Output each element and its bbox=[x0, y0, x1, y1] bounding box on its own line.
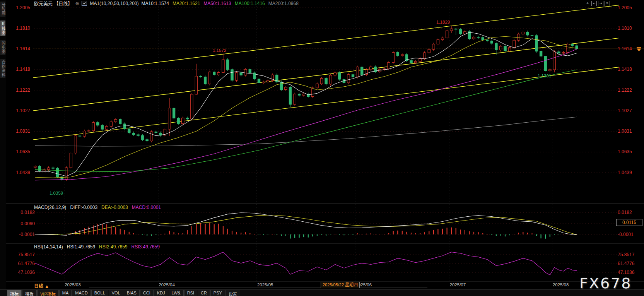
month-label: 2025/07 bbox=[450, 282, 466, 287]
axis-tick-label: 1.1614 bbox=[0, 46, 30, 51]
macd-header-value: DEA:-0.0003 bbox=[101, 205, 128, 210]
axis-tick-label: 1.1418 bbox=[618, 67, 642, 72]
price-annotation: 1.1391 bbox=[538, 74, 551, 78]
toolbar-button-CR[interactable]: CR bbox=[198, 290, 210, 296]
axis-tick-label: 1.1418 bbox=[0, 67, 30, 72]
ma-values: MA10:1.1574MA20:1.1621MA50:1.1613MA100:1… bbox=[142, 1, 299, 6]
price-annotation: 1.1829 bbox=[436, 20, 450, 24]
pan-icon[interactable]: ✛ bbox=[585, 1, 590, 6]
toolbar-button-LW&[interactable]: LW& bbox=[169, 290, 184, 296]
shrink-x-icon[interactable]: ⇤ bbox=[591, 1, 597, 6]
mini-chart-icon[interactable] bbox=[82, 1, 87, 6]
link-icon[interactable]: ⊕ bbox=[75, 1, 79, 6]
toolbar-button-指标[interactable]: 指标 bbox=[7, 290, 22, 296]
period-selector[interactable]: 日线 ▲ bbox=[34, 282, 49, 289]
axis-tick-label: 75.8517 bbox=[618, 252, 642, 257]
price-annotation: 1.0359 bbox=[50, 191, 63, 195]
ma-param-label: MA1(10,20,50,100,200) bbox=[90, 1, 138, 6]
axis-tick-label: 75.8517 bbox=[0, 252, 35, 257]
watermark: FX678 bbox=[579, 275, 632, 292]
axis-tick-label: 1.1810 bbox=[618, 26, 642, 31]
axis-tick-label: -0.0001 bbox=[0, 232, 35, 237]
axis-tick-label: 61.4776 bbox=[0, 261, 35, 266]
ma-value-label: MA20:1.1621 bbox=[173, 1, 200, 6]
chart-header: 欧元美元 【日线】 ⊕ MA1(10,20,50,100,200) MA10:1… bbox=[34, 0, 299, 6]
month-label: 2025/05 bbox=[257, 282, 273, 287]
macd-header-value: DIFF:-0.0003 bbox=[70, 205, 97, 210]
macd-pane-header: MACD(26,12,9)DIFF:-0.0003DEA:-0.0003MACD… bbox=[34, 205, 161, 210]
chart-canvas[interactable] bbox=[0, 0, 644, 296]
axis-tick-label: 1.0635 bbox=[618, 149, 642, 154]
month-label: 2025/08 bbox=[553, 282, 569, 287]
axis-tick-label: 1.1027 bbox=[0, 108, 30, 113]
toolbar-button-模板[interactable]: 模板 bbox=[22, 290, 37, 296]
rsi-header-value: RSI3:49.7659 bbox=[132, 244, 160, 250]
axis-tick-label: 1.0635 bbox=[0, 149, 30, 154]
axis-tick-label: 61.4776 bbox=[618, 261, 642, 266]
toolbar-button-PSY[interactable]: PSY bbox=[210, 290, 225, 296]
toolbar-button-BIAS[interactable]: BIAS bbox=[124, 290, 140, 296]
toolbar-button-VOL[interactable]: VOL bbox=[109, 290, 123, 296]
rsi-header-value: RSI1:49.7659 bbox=[67, 244, 95, 250]
ma-value-label: MA100:1.1416 bbox=[235, 1, 265, 6]
axis-tick-label: 47.1036 bbox=[618, 270, 642, 275]
toolbar-button-KDJ[interactable]: KDJ bbox=[154, 290, 168, 296]
price-annotation: 1.1572 bbox=[213, 48, 226, 53]
ma-value-label: MA50:1.1613 bbox=[203, 1, 231, 6]
indicator-toolbar: 指标模板VIP指标MAMACDBOLLVOLBIASCCIKDJLW&RSICR… bbox=[0, 289, 644, 296]
macd-header-value: MACD(26,12,9) bbox=[34, 205, 66, 210]
rsi-pane-header: RSI(14,14,14)RSI1:49.7659RSI2:49.7659RSI… bbox=[34, 244, 160, 250]
rsi-header-value: RSI(14,14,14) bbox=[34, 244, 63, 250]
ma-value-label: MA10:1.1574 bbox=[142, 1, 169, 6]
left-sidebar: 分时图K线图闪电图合约资料 bbox=[0, 0, 6, 296]
toolbar-button-BOLL[interactable]: BOLL bbox=[91, 290, 108, 296]
toolbar-button-RSI[interactable]: RSI bbox=[184, 290, 197, 296]
month-label: 2025/03 bbox=[65, 282, 81, 287]
toolbar-button-MACD[interactable]: MACD bbox=[72, 290, 91, 296]
toolbar-button-设置[interactable]: 设置 bbox=[225, 290, 240, 296]
crosshair-date-badge: 2025/05/22 星期四 bbox=[321, 282, 360, 288]
axis-tick-label: 1.1222 bbox=[618, 88, 642, 93]
expand-x-icon[interactable]: ⇥ bbox=[598, 1, 603, 6]
macd-crosshair-value-badge: 0.0115 bbox=[616, 219, 642, 226]
toolbar-button-VIP指标[interactable]: VIP指标 bbox=[37, 290, 59, 296]
ma-value-label: MA200:1.0968 bbox=[268, 1, 299, 6]
axis-tick-label: 1.2005 bbox=[0, 5, 30, 10]
symbol-title: 欧元美元 【日线】 bbox=[34, 0, 72, 7]
macd-header-value: MACD:0.0001 bbox=[132, 205, 161, 210]
restore-icon[interactable]: ⇱ bbox=[605, 1, 610, 6]
axis-tick-label: -0.0001 bbox=[618, 232, 642, 237]
axis-tick-label: 1.2005 bbox=[618, 5, 642, 10]
axis-tick-label: 0.0182 bbox=[0, 210, 35, 215]
axis-tick-label: 1.1222 bbox=[0, 88, 30, 93]
axis-tick-label: 1.0439 bbox=[618, 170, 642, 175]
axis-tick-label: 1.0439 bbox=[0, 170, 30, 175]
axis-tick-label: 1.1614 bbox=[618, 46, 642, 51]
rsi-header-value: RSI2:49.7659 bbox=[99, 244, 127, 250]
axis-tick-label: 0.0182 bbox=[618, 210, 642, 215]
axis-tick-label: 1.1027 bbox=[618, 108, 642, 113]
axis-tick-label: 1.0831 bbox=[618, 129, 642, 134]
axis-tick-label: 0.0090 bbox=[0, 221, 35, 226]
axis-tick-label: 1.0831 bbox=[0, 129, 30, 134]
chart-tool-icons: ✛⇤⇥⇱ bbox=[585, 1, 610, 6]
axis-tick-label: 47.1036 bbox=[0, 270, 35, 275]
toolbar-button-MA[interactable]: MA bbox=[59, 290, 72, 296]
axis-tick-label: 1.1810 bbox=[0, 26, 30, 31]
chart-app: 分时图K线图闪电图合约资料 欧元美元 【日线】 ⊕ MA1(10,20,50,1… bbox=[0, 0, 644, 296]
month-label: 2025/04 bbox=[159, 282, 175, 287]
toolbar-button-CCI[interactable]: CCI bbox=[140, 290, 154, 296]
